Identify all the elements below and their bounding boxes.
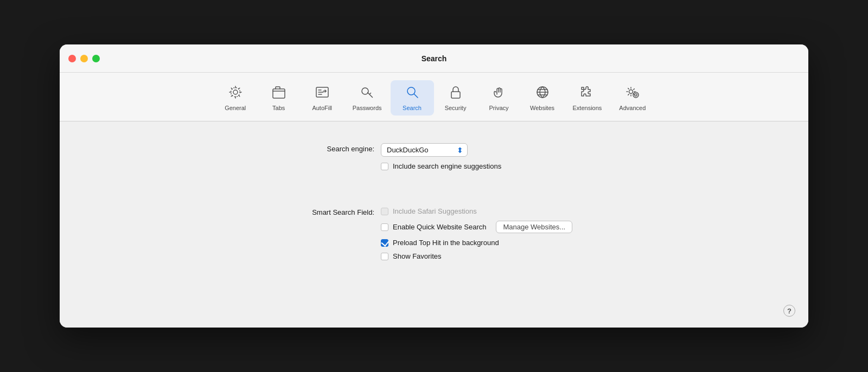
svg-line-7 <box>414 94 418 98</box>
toolbar-item-autofill[interactable]: AutoFill <box>301 80 344 116</box>
svg-rect-2 <box>273 89 285 98</box>
search-engine-label: Search engine: <box>222 143 374 170</box>
search-engine-dropdown-wrapper: DuckDuckGo Google Bing Yahoo Ecosia ⬍ <box>381 143 646 157</box>
hand-icon <box>492 85 507 102</box>
settings-grid: Search engine: DuckDuckGo Google Bing Ya… <box>222 143 646 260</box>
manage-websites-button[interactable]: Manage Websites... <box>496 221 572 233</box>
toolbar-advanced-label: Advanced <box>619 105 646 111</box>
main-window: Search General Tabs <box>60 44 808 328</box>
include-suggestions-checkbox[interactable] <box>381 163 388 170</box>
show-favorites-checkbox[interactable] <box>381 253 388 260</box>
search-engine-dropdown-container: DuckDuckGo Google Bing Yahoo Ecosia ⬍ <box>381 143 468 157</box>
include-safari-row: Include Safari Suggestions <box>381 207 646 215</box>
gear-icon <box>228 85 243 102</box>
enable-quick-checkbox[interactable] <box>381 223 388 231</box>
toolbar-tabs-label: Tabs <box>272 105 285 111</box>
enable-quick-row: Enable Quick Website Search Manage Websi… <box>381 221 646 233</box>
key-icon <box>360 85 375 102</box>
include-suggestions-label: Include search engine suggestions <box>393 162 501 170</box>
svg-point-6 <box>407 87 415 95</box>
tabs-icon <box>271 85 286 102</box>
toolbar-item-extensions[interactable]: Extensions <box>564 80 611 116</box>
preload-top-checkbox[interactable] <box>381 239 388 247</box>
lock-icon <box>448 85 463 102</box>
include-suggestions-row: Include search engine suggestions <box>381 162 646 170</box>
smart-search-control: Include Safari Suggestions Enable Quick … <box>374 207 646 260</box>
minimize-button[interactable] <box>80 55 88 62</box>
toolbar: General Tabs AutoFill <box>60 73 808 121</box>
spacer-2 <box>374 183 646 194</box>
spacer-1 <box>222 183 374 194</box>
autofill-icon <box>315 85 330 102</box>
toolbar-search-label: Search <box>403 105 422 111</box>
svg-point-0 <box>233 90 238 94</box>
toolbar-privacy-label: Privacy <box>489 105 508 111</box>
close-button[interactable] <box>68 55 76 62</box>
toolbar-websites-label: Websites <box>530 105 554 111</box>
toolbar-item-advanced[interactable]: Advanced <box>610 80 654 116</box>
settings-content: Search engine: DuckDuckGo Google Bing Ya… <box>60 121 808 328</box>
toolbar-item-tabs[interactable]: Tabs <box>257 80 301 116</box>
puzzle-icon <box>579 85 595 102</box>
maximize-button[interactable] <box>92 55 100 62</box>
search-engine-select[interactable]: DuckDuckGo Google Bing Yahoo Ecosia <box>381 143 468 157</box>
toolbar-item-passwords[interactable]: Passwords <box>344 80 391 116</box>
toolbar-item-general[interactable]: General <box>214 80 257 116</box>
include-safari-checkbox[interactable] <box>381 208 388 215</box>
window-controls <box>68 55 100 62</box>
titlebar: Search <box>60 44 808 73</box>
toolbar-item-privacy[interactable]: Privacy <box>477 80 521 116</box>
svg-point-10 <box>629 90 633 94</box>
help-button[interactable]: ? <box>783 305 795 317</box>
window-title: Search <box>422 54 447 63</box>
search-engine-control: DuckDuckGo Google Bing Yahoo Ecosia ⬍ In… <box>374 143 646 170</box>
globe-icon <box>535 85 550 102</box>
toolbar-item-security[interactable]: Security <box>434 80 477 116</box>
enable-quick-label: Enable Quick Website Search <box>393 223 486 231</box>
toolbar-security-label: Security <box>445 105 467 111</box>
preload-top-label: Preload Top Hit in the background <box>393 239 499 247</box>
svg-point-5 <box>362 88 368 94</box>
svg-point-11 <box>633 92 639 98</box>
toolbar-item-search[interactable]: Search <box>391 80 434 116</box>
toolbar-general-label: General <box>225 105 246 111</box>
include-safari-label: Include Safari Suggestions <box>393 207 477 215</box>
advanced-gear-icon <box>625 85 640 102</box>
show-favorites-label: Show Favorites <box>393 252 442 260</box>
smart-search-label: Smart Search Field: <box>222 207 374 260</box>
toolbar-extensions-label: Extensions <box>573 105 602 111</box>
toolbar-autofill-label: AutoFill <box>312 105 332 111</box>
preload-top-row: Preload Top Hit in the background <box>381 239 646 247</box>
svg-rect-8 <box>451 92 460 98</box>
svg-point-12 <box>635 94 637 96</box>
toolbar-passwords-label: Passwords <box>353 105 382 111</box>
show-favorites-row: Show Favorites <box>381 252 646 260</box>
search-icon <box>405 85 420 102</box>
toolbar-item-websites[interactable]: Websites <box>521 80 564 116</box>
